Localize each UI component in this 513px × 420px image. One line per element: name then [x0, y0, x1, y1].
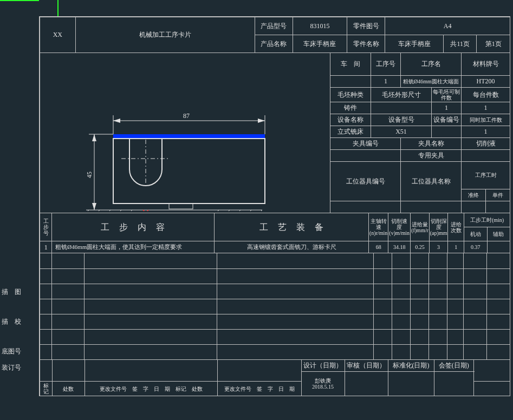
workshop-label: 车 间: [330, 53, 371, 76]
page-no: 第1页: [477, 35, 510, 53]
step-cut-speed: 34.18: [388, 241, 411, 253]
svg-marker-25: [92, 134, 96, 141]
side-label-proof: 描 校: [2, 317, 21, 327]
step-feed: 0.25: [411, 241, 430, 253]
title-cell: 机械加工工序卡片: [75, 17, 255, 52]
col-depth: 切削深度(ap)mm: [429, 213, 448, 241]
equip-model-label: 设备型号: [371, 114, 432, 126]
crosshair-vertical: [57, 0, 59, 16]
part-drawing-svg: 87 45: [40, 53, 330, 211]
foot-design-label: 设计（日期）: [301, 360, 345, 372]
coolant: [462, 150, 510, 162]
svg-marker-26: [92, 203, 96, 210]
workshop: [330, 76, 371, 88]
step-header-table: 工步号 工步内容 工艺装备 主轴转速(n)r/min 切削速度(v)m/min …: [40, 213, 510, 254]
equip-name: 立式铣床: [330, 126, 371, 138]
part-drawing-label: 零件图号: [347, 17, 385, 35]
svg-rect-9: [169, 204, 193, 209]
foot-mark: 标记: [40, 382, 52, 396]
process-time-label: 工序工时: [462, 162, 510, 189]
col-step-time: 工步工时(min): [464, 213, 510, 227]
unit: [486, 201, 510, 213]
foot-check-label: 审核（日期）: [345, 360, 388, 372]
foot-standard-label: 标准化(日期): [388, 360, 434, 372]
prep-label: 准终: [462, 189, 486, 201]
per-machine-label: 每台件数: [462, 88, 510, 102]
equip-no-label: 设备编号: [432, 114, 462, 126]
product-model-label: 产品型号: [255, 17, 293, 35]
material-label: 材料牌号: [462, 53, 510, 76]
blank-dim-label: 毛坯外形尺寸: [371, 88, 432, 102]
station-name-label: 工位器具名称: [401, 162, 462, 201]
svg-marker-2: [258, 119, 265, 123]
per-blank-label: 每毛坯可制件数: [432, 88, 462, 102]
footer-table: 设计（日期） 审核（日期） 标准化(日期) 会签(日期) 彭铁庚2018.5.1…: [40, 360, 510, 397]
equip-no: [432, 126, 462, 138]
blank-dim: [371, 102, 432, 114]
station-name: [401, 201, 462, 213]
simul: 1: [462, 126, 510, 138]
product-name-label: 产品名称: [255, 35, 293, 53]
col-cut-speed: 切削速度(v)m/min: [388, 213, 411, 241]
step-machine: 0.37: [464, 241, 488, 253]
fixture-name: 专用夹具: [401, 150, 462, 162]
side-label-drawing: 描 图: [2, 287, 21, 297]
op-no-label: 工序号: [371, 53, 401, 76]
col-tooling: 工艺装备: [215, 213, 369, 241]
equip-model: X51: [371, 126, 432, 138]
prep: [462, 201, 486, 213]
per-blank: 1: [432, 102, 462, 114]
header-table: XX 机械加工工序卡片 产品型号 831015 零件图号 A4 产品名称 车床手…: [40, 17, 510, 53]
part-name-label: 零件名称: [347, 35, 385, 53]
side-label-binding: 装订号: [2, 363, 21, 373]
side-label-base: 底图号: [2, 346, 21, 357]
foot-sign-label: 会签(日期): [434, 360, 474, 372]
empty-grid: [40, 253, 510, 360]
op-name: 粗铣Ø46mm圆柱大端面: [401, 76, 462, 88]
drawing-info-table: 87 45 车 间 工序号 工序名 材料牌号 1 粗铣Ø46mm圆柱: [40, 53, 510, 213]
coolant-label: 切削液: [462, 138, 510, 150]
simul-label: 同时加工件数: [462, 114, 510, 126]
step-spindle: 68: [369, 241, 388, 253]
station-no: [330, 201, 401, 213]
unit-label: 单件: [486, 189, 510, 201]
product-model: 831015: [293, 17, 347, 35]
per-machine: 1: [462, 102, 510, 114]
part-name: 车床手柄座: [385, 35, 444, 53]
process-card-sheet: XX 机械加工工序卡片 产品型号 831015 零件图号 A4 产品名称 车床手…: [39, 16, 510, 396]
blank-type-label: 毛坯种类: [330, 88, 371, 102]
station-no-label: 工位器具编号: [330, 162, 401, 201]
step-row: 1 粗铣Ø46mm圆柱大端面，使其达到一定精度要求 高速钢镶齿套式面铣刀、游标卡…: [40, 241, 510, 253]
col-content: 工步内容: [52, 213, 215, 241]
foot-loc: 处数: [52, 382, 85, 396]
step-no: 1: [40, 241, 52, 253]
step-passes: 1: [448, 241, 464, 253]
svg-rect-5: [113, 134, 265, 139]
dim-w: 87: [183, 112, 190, 120]
step-aux: [487, 241, 510, 253]
crosshair-horizontal: [0, 0, 39, 1]
company-cell: XX: [40, 17, 75, 52]
fixture-name-label: 夹具名称: [401, 138, 462, 150]
foot-designer: 彭铁庚2018.5.15: [301, 372, 345, 396]
svg-marker-1: [113, 119, 120, 123]
fixture-no: [330, 150, 401, 162]
part-drawing: A4: [385, 17, 510, 35]
col-passes: 进给次数: [448, 213, 464, 241]
svg-rect-6: [113, 139, 265, 204]
col-step-no: 工步号: [40, 213, 52, 241]
fixture-no-label: 夹具编号: [330, 138, 401, 150]
total-pages: 共11页: [443, 35, 477, 53]
op-name-label: 工序名: [401, 53, 462, 76]
product-name: 车床手柄座: [293, 35, 347, 53]
blank-type: 铸件: [330, 102, 371, 114]
col-machine: 机动: [464, 227, 488, 241]
step-tooling: 高速钢镶齿套式面铣刀、游标卡尺: [215, 241, 369, 253]
col-feed: 进给量(f)mm/r: [411, 213, 430, 241]
op-no: 1: [371, 76, 401, 88]
equip-name-label: 设备名称: [330, 114, 371, 126]
step-depth: 3: [429, 241, 448, 253]
step-content: 粗铣Ø46mm圆柱大端面，使其达到一定精度要求: [52, 241, 215, 253]
col-aux: 辅助: [487, 227, 510, 241]
col-spindle: 主轴转速(n)r/min: [369, 213, 388, 241]
